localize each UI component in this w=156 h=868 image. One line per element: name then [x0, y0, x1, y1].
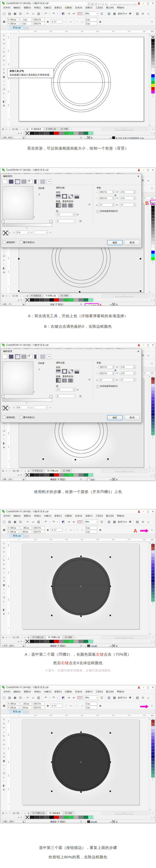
lock-corners-icon[interactable]: ▣	[98, 705, 102, 707]
shape-tool[interactable]: ⇖	[3, 38, 5, 41]
selection-handle[interactable]	[18, 290, 20, 292]
palette-color-swatch[interactable]	[151, 390, 155, 394]
close-button[interactable]: ✕	[152, 344, 154, 346]
show-grid-icon[interactable]: ▦	[112, 520, 116, 524]
previous-page-button[interactable]: ‹	[8, 295, 11, 297]
paste-icon[interactable]: ▥	[37, 696, 41, 700]
menu-item[interactable]: 表格(T)	[84, 690, 94, 693]
palette-expand-icon[interactable]: »	[151, 603, 154, 605]
menu-item[interactable]: 编辑(E)	[12, 690, 22, 693]
doc-palette-color-swatch[interactable]	[74, 473, 79, 477]
palette-color-swatch[interactable]	[151, 61, 155, 65]
page-tab[interactable]: 9: 背景上色	[31, 469, 45, 473]
fill-uniform-icon[interactable]	[9, 354, 14, 359]
export-icon[interactable]: ⇤	[72, 520, 76, 524]
fill-none-icon[interactable]	[3, 180, 7, 184]
palette-color-swatch[interactable]	[151, 244, 155, 248]
repeat-mirror-icon[interactable]	[62, 204, 67, 208]
eyedropper-tool[interactable]: ◌	[3, 780, 4, 783]
selection-handle[interactable]	[51, 556, 52, 558]
doc-palette-color-swatch[interactable]	[78, 131, 83, 135]
palette-no-color-swatch[interactable]	[151, 36, 155, 39]
palette-color-swatch[interactable]	[151, 729, 155, 733]
menu-item[interactable]: 效果(C)	[53, 690, 63, 693]
palette-scroll-right-icon[interactable]: ›	[150, 474, 153, 476]
transform-height-field[interactable]: 100.0 %▴▾	[99, 196, 115, 200]
next-page-button[interactable]: ›	[20, 128, 22, 130]
palette-flyout-icon[interactable]: ▸	[17, 641, 20, 643]
fill-fountain-icon[interactable]	[15, 354, 20, 359]
fill-texture-icon[interactable]	[41, 354, 45, 359]
shape-tool[interactable]: ⇖	[3, 547, 5, 549]
transparency-tool[interactable]: ◐	[3, 434, 4, 436]
polygon-tool[interactable]: △	[3, 576, 5, 578]
shape-tool[interactable]: ⇖	[3, 722, 5, 725]
close-button[interactable]: ✕	[152, 510, 154, 513]
smart-fill-tool[interactable]: ⊕	[3, 613, 5, 615]
object-width-field[interactable]: ↔ 350 px	[20, 526, 32, 530]
doc-palette-color-swatch[interactable]	[34, 815, 40, 819]
palette-color-swatch[interactable]	[151, 225, 155, 228]
doc-palette-color-swatch[interactable]	[64, 815, 69, 819]
repeat-mirror-icon[interactable]	[62, 378, 67, 382]
palette-color-swatch[interactable]	[151, 45, 155, 49]
palette-expand-icon[interactable]: »	[151, 95, 154, 97]
zoom-level-select[interactable]: 78%▾	[84, 11, 98, 16]
horizontal-ruler[interactable]: 0100200300400500600700800像素	[1, 30, 155, 33]
doc-palette-color-swatch[interactable]	[40, 640, 45, 643]
lock-ratio-icon[interactable]: ▣	[46, 21, 50, 23]
fill-two-color-icon[interactable]	[34, 180, 39, 184]
new-document-icon[interactable]: ▢	[2, 12, 6, 16]
eyedropper-tool[interactable]: ◌	[3, 438, 4, 440]
add-page-before-button[interactable]: ⊞	[2, 295, 4, 297]
previous-page-button[interactable]: ‹	[8, 128, 11, 130]
node-color-swatch[interactable]	[3, 406, 8, 410]
palette-scroll-down-icon[interactable]: ▾	[151, 602, 154, 603]
copy-icon[interactable]: ▱	[31, 696, 35, 700]
zoom-level-select[interactable]: 78%▾	[84, 695, 98, 700]
crop-tool[interactable]: ✂	[3, 726, 5, 729]
cancel-button[interactable]: 取消	[124, 240, 140, 245]
to-center-icon[interactable]: ⊕	[150, 21, 154, 23]
palette-color-swatch[interactable]	[151, 403, 155, 406]
rectangular-fountain-icon[interactable]	[75, 370, 79, 374]
tab-scroll-left-icon[interactable]: ‹	[73, 470, 75, 472]
menu-item[interactable]: 文本(X)	[74, 514, 84, 518]
copy-icon[interactable]: ▱	[31, 520, 35, 524]
selection-handle[interactable]	[80, 792, 82, 793]
publish-pdf-icon[interactable]: PDF	[78, 521, 82, 523]
doc-palette-color-swatch[interactable]	[40, 473, 45, 477]
fill-fountain-icon[interactable]	[15, 179, 20, 184]
palette-color-swatch[interactable]	[151, 563, 155, 566]
options-icon[interactable]: ✱	[128, 520, 132, 524]
palette-color-swatch[interactable]	[151, 426, 155, 429]
first-page-button[interactable]: «	[5, 128, 8, 130]
snap-to-menu[interactable]: 贴齐(T) ▾	[118, 521, 127, 523]
snap-to-menu[interactable]: 贴齐(T) ▾	[118, 12, 127, 15]
menu-item[interactable]: 文本(X)	[74, 690, 84, 693]
rotation-angle-field[interactable]: ⟲ .0 °	[51, 528, 62, 531]
previous-page-button[interactable]: ‹	[8, 812, 11, 814]
document-tab[interactable]: 开关.cdr	[9, 534, 24, 538]
palette-color-swatch[interactable]	[151, 387, 155, 391]
pick-tool[interactable]: ↖	[3, 542, 5, 545]
mirror-vertical-icon[interactable]: ▰	[69, 705, 73, 707]
gradient-stop-end[interactable]	[50, 395, 52, 398]
menu-item[interactable]: 效果(C)	[53, 6, 63, 9]
doc-palette-color-swatch[interactable]	[74, 815, 79, 819]
mirror-horizontal-icon[interactable]: ▱	[64, 705, 68, 707]
to-center-icon[interactable]: ⊕	[150, 187, 154, 189]
scale-y-field[interactable]: 100.0 %	[33, 22, 45, 25]
vertical-scrollbar[interactable]: ▲▼	[148, 200, 151, 293]
maximize-button[interactable]: ▢	[147, 686, 149, 689]
zoom-tool[interactable]: ⌕	[3, 47, 5, 50]
connector-tool[interactable]: ~	[3, 250, 4, 253]
doc-palette-color-swatch[interactable]	[44, 815, 49, 819]
palette-expand-icon[interactable]: »	[151, 262, 154, 264]
to-center-icon[interactable]: ⊕	[150, 362, 154, 365]
menu-item[interactable]: 视图(V)	[22, 6, 32, 9]
repeat-reverse-icon[interactable]	[69, 378, 73, 382]
doc-palette-color-swatch[interactable]	[74, 640, 79, 643]
connector-tool[interactable]: ~	[3, 592, 4, 594]
menu-item[interactable]: 文件(F)	[2, 514, 12, 518]
